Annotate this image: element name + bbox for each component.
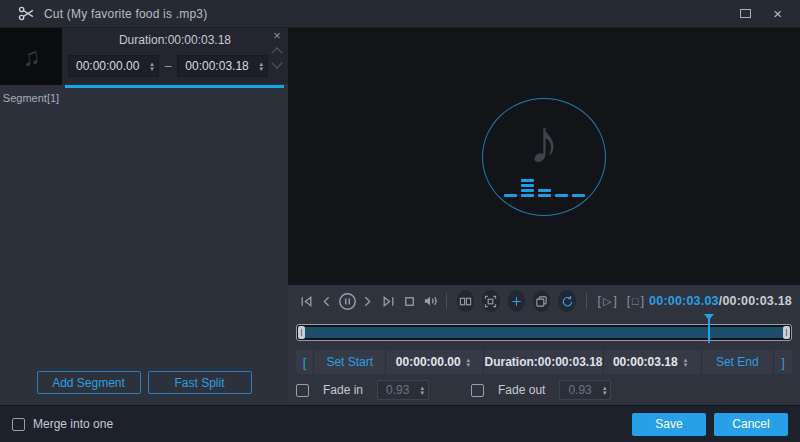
fade-out-field[interactable]: 0.93 ▴▾	[559, 380, 611, 400]
eighth-note-icon: ♪	[483, 106, 605, 177]
trim-end-value: 00:00:03.18	[613, 355, 678, 369]
time-display: 00:00:03.03/00:00:03.18	[649, 294, 792, 308]
step-back-button[interactable]	[317, 289, 338, 313]
skip-to-start-button[interactable]	[296, 289, 317, 313]
volume-button[interactable]	[419, 289, 440, 313]
segment-end-spinner[interactable]: ▴▾	[255, 61, 267, 71]
current-time: 00:00:03.03	[649, 294, 719, 308]
split-button[interactable]	[457, 290, 474, 312]
fade-out-value: 0.93	[560, 383, 598, 397]
segment-thumbnail[interactable]: ♫	[0, 28, 62, 85]
timeline-track[interactable]	[296, 324, 792, 341]
cancel-button[interactable]: Cancel	[714, 413, 788, 436]
titlebar: Cut (My favorite food is .mp3) ×	[0, 0, 800, 28]
skip-to-end-button[interactable]	[378, 289, 399, 313]
left-bracket: [	[296, 350, 314, 374]
copy-button[interactable]	[533, 290, 550, 312]
timeline[interactable]	[296, 316, 792, 348]
music-note-icon: ♫	[20, 41, 42, 71]
right-bracket: ]	[774, 350, 792, 374]
merge-checkbox[interactable]	[12, 418, 25, 431]
stop-segment-button[interactable]: [□]	[627, 294, 644, 308]
divider	[586, 293, 587, 309]
trim-duration-label: Duration:00:00:03.18	[484, 350, 603, 374]
segment-start-input[interactable]	[69, 59, 146, 73]
segment-duration-label: Duration:00:00:03.18	[62, 28, 288, 48]
segment-panel: ♫ Duration:00:00:03.18 ▴▾ – ▴▾	[0, 28, 288, 405]
segment-progress-bar	[65, 85, 284, 88]
fade-out-label: Fade out	[498, 383, 545, 397]
play-segment-button[interactable]: [▷]	[598, 294, 617, 308]
segment-start-spinner[interactable]: ▴▾	[146, 61, 158, 71]
fade-out-spinner[interactable]: ▴▾	[599, 385, 611, 395]
cut-dialog: Cut (My favorite food is .mp3) × ♫ Durat…	[0, 0, 800, 442]
segment-delete-icon[interactable]: ×	[273, 30, 281, 42]
add-button[interactable]	[508, 290, 525, 312]
fade-in-value: 0.93	[378, 383, 416, 397]
stop-button[interactable]	[399, 289, 420, 313]
audio-preview: ♪	[288, 28, 800, 285]
trim-bar: [ Set Start 00:00:00.00 ▴▾ Duration:00:0…	[296, 350, 792, 374]
divider	[446, 293, 447, 309]
segment-end-input[interactable]	[178, 59, 255, 73]
maximize-icon[interactable]	[740, 9, 751, 18]
segment-card: Duration:00:00:03.18 ▴▾ – ▴▾ ×	[62, 28, 288, 84]
window-title: Cut (My favorite food is .mp3)	[44, 7, 207, 21]
merge-into-one[interactable]: Merge into one	[12, 417, 113, 431]
save-button[interactable]: Save	[632, 413, 706, 436]
scissors-icon	[18, 5, 35, 22]
preview-panel: ♪	[288, 28, 800, 405]
total-time: /00:00:03.18	[719, 294, 792, 308]
merge-label: Merge into one	[33, 417, 113, 431]
segment-end-field[interactable]: ▴▾	[177, 55, 268, 77]
trim-start-field[interactable]: 00:00:00.00 ▴▾	[386, 350, 484, 374]
add-segment-button[interactable]: Add Segment	[37, 371, 141, 394]
trim-start-spinner[interactable]: ▴▾	[463, 357, 475, 367]
close-icon[interactable]: ×	[773, 6, 782, 21]
fade-out-checkbox[interactable]	[471, 384, 484, 397]
segment-start-field[interactable]: ▴▾	[68, 55, 159, 77]
segment-move-down-icon[interactable]	[271, 57, 282, 68]
set-end-button[interactable]: Set End	[702, 350, 774, 374]
trim-start-handle[interactable]	[298, 326, 305, 339]
pause-button[interactable]	[337, 289, 358, 313]
equalizer-bars-icon	[483, 175, 605, 197]
footer-bar: Merge into one Save Cancel	[0, 405, 800, 442]
set-start-button[interactable]: Set Start	[314, 350, 386, 374]
segment-label: Segment[1]	[0, 88, 62, 104]
fade-in-spinner[interactable]: ▴▾	[417, 385, 429, 395]
trim-end-field[interactable]: 00:00:03.18 ▴▾	[604, 350, 702, 374]
trim-end-handle[interactable]	[783, 326, 790, 339]
trim-end-spinner[interactable]: ▴▾	[680, 357, 692, 367]
fade-in-label: Fade in	[323, 383, 363, 397]
fade-in-checkbox[interactable]	[296, 384, 309, 397]
timeline-selection	[303, 327, 785, 338]
step-forward-button[interactable]	[358, 289, 379, 313]
reset-button[interactable]	[558, 290, 575, 312]
playback-controls: [▷] [□] 00:00:03.03/00:00:03.18	[288, 285, 800, 405]
fast-split-button[interactable]: Fast Split	[148, 371, 252, 394]
trim-start-value: 00:00:00.00	[396, 355, 461, 369]
music-circle-icon: ♪	[482, 98, 606, 216]
range-dash: –	[165, 59, 172, 73]
snapshot-button[interactable]	[482, 290, 499, 312]
playhead[interactable]	[708, 315, 710, 343]
fade-in-field[interactable]: 0.93 ▴▾	[377, 380, 429, 400]
